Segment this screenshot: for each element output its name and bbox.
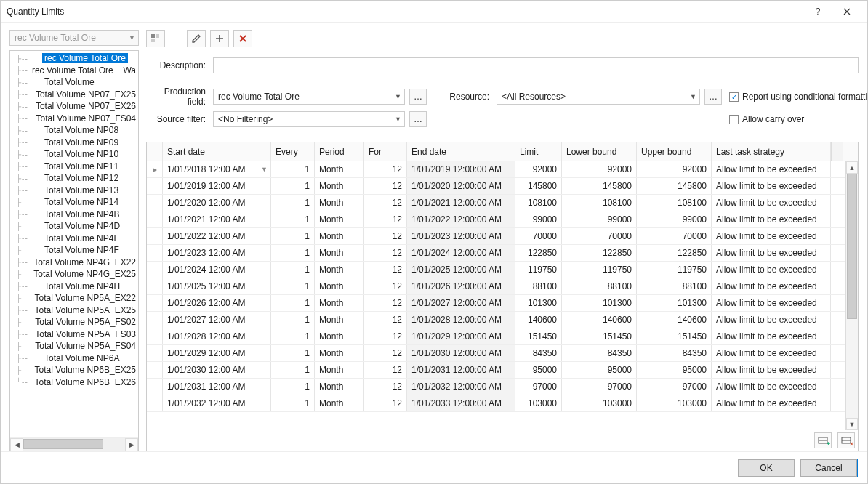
cell[interactable]: 103000: [562, 395, 637, 411]
cell[interactable]: 1/01/2019 12:00:00 AM: [407, 161, 515, 177]
cell[interactable]: Allow limit to be exceeded: [712, 379, 831, 395]
cell[interactable]: Month: [315, 278, 364, 294]
cell[interactable]: 119750: [515, 262, 562, 278]
cell[interactable]: 92000: [515, 161, 562, 177]
cell[interactable]: 99000: [562, 211, 637, 227]
cell[interactable]: 95000: [637, 362, 712, 378]
table-row[interactable]: 1/01/2031 12:00 AM1Month121/01/2032 12:0…: [147, 379, 858, 395]
cell[interactable]: 1/01/2018 12:00 AM▼: [163, 161, 271, 177]
cell[interactable]: 1/01/2029 12:00 AM: [163, 345, 271, 361]
close-button[interactable]: [832, 1, 861, 23]
col-start-date[interactable]: Start date: [163, 142, 271, 161]
cell[interactable]: 1/01/2028 12:00 AM: [163, 328, 271, 344]
cell[interactable]: [147, 278, 163, 294]
indicator-header[interactable]: [147, 142, 163, 161]
cell[interactable]: Allow limit to be exceeded: [712, 395, 831, 411]
scroll-right-button[interactable]: ▶: [125, 438, 138, 451]
cell[interactable]: [147, 395, 163, 411]
help-button[interactable]: ?: [803, 1, 832, 23]
cell[interactable]: 70000: [562, 228, 637, 244]
tree-item[interactable]: rec Volume Total Ore + Wa: [10, 65, 138, 77]
cell[interactable]: Month: [315, 262, 364, 278]
cell[interactable]: 70000: [637, 228, 712, 244]
cell[interactable]: Allow limit to be exceeded: [712, 262, 831, 278]
tree-item[interactable]: Total Volume NP09: [10, 137, 138, 149]
col-lower-bound[interactable]: Lower bound: [562, 142, 637, 161]
cell[interactable]: 1: [271, 178, 315, 194]
tree-item[interactable]: Total Volume NP5A_EX22: [10, 292, 138, 304]
cell[interactable]: 12: [364, 362, 407, 378]
tree-item[interactable]: Total Volume: [10, 76, 138, 89]
tree-item[interactable]: Total Volume NP07_EX25: [10, 89, 138, 101]
tree-item[interactable]: Total Volume NP5A_FS04: [10, 340, 138, 352]
cell[interactable]: 101300: [515, 295, 562, 311]
cell[interactable]: 1/01/2021 12:00:00 AM: [407, 195, 515, 211]
cell[interactable]: 1/01/2023 12:00 AM: [163, 245, 271, 261]
cell[interactable]: Month: [315, 379, 364, 395]
cell[interactable]: 145800: [637, 178, 712, 194]
cell[interactable]: 12: [364, 228, 407, 244]
delete-button[interactable]: [233, 30, 252, 47]
cell[interactable]: 1/01/2025 12:00:00 AM: [407, 262, 515, 278]
cell[interactable]: 103000: [515, 395, 562, 411]
limit-selector-combo[interactable]: rec Volume Total Ore ▼: [9, 30, 139, 46]
tree-item[interactable]: Total Volume NP07_EX26: [10, 100, 138, 113]
cell[interactable]: [147, 295, 163, 311]
cell[interactable]: 97000: [515, 379, 562, 395]
cell[interactable]: 145800: [562, 178, 637, 194]
cell[interactable]: 1: [271, 379, 315, 395]
cell[interactable]: [147, 345, 163, 361]
cell[interactable]: 1/01/2028 12:00:00 AM: [407, 312, 515, 328]
cell[interactable]: [147, 245, 163, 261]
cell[interactable]: 1/01/2027 12:00 AM: [163, 312, 271, 328]
tree-item[interactable]: Total Volume NP4D: [10, 220, 138, 233]
col-limit[interactable]: Limit: [515, 142, 562, 161]
table-row[interactable]: 1/01/2032 12:00 AM1Month121/01/2033 12:0…: [147, 395, 858, 412]
description-input[interactable]: [213, 57, 859, 73]
cell[interactable]: 12: [364, 345, 407, 361]
table-row[interactable]: 1/01/2026 12:00 AM1Month121/01/2027 12:0…: [147, 295, 858, 312]
table-row[interactable]: 1/01/2019 12:00 AM1Month121/01/2020 12:0…: [147, 178, 858, 195]
tree-item[interactable]: rec Volume Total Ore: [10, 52, 138, 65]
cell[interactable]: 1/01/2024 12:00 AM: [163, 262, 271, 278]
cell[interactable]: 1/01/2026 12:00 AM: [163, 295, 271, 311]
table-row[interactable]: 1/01/2027 12:00 AM1Month121/01/2028 12:0…: [147, 312, 858, 328]
scroll-left-button[interactable]: ◀: [10, 438, 23, 451]
tree-item[interactable]: Total Volume NP14: [10, 196, 138, 209]
col-end-date[interactable]: End date: [407, 142, 515, 161]
col-upper-bound[interactable]: Upper bound: [637, 142, 712, 161]
cell[interactable]: Month: [315, 195, 364, 211]
table-row[interactable]: ▸1/01/2018 12:00 AM▼1Month121/01/2019 12…: [147, 161, 858, 178]
source-filter-browse-button[interactable]: …: [409, 111, 427, 127]
cell[interactable]: 108100: [637, 195, 712, 211]
cell[interactable]: 1: [271, 345, 315, 361]
remove-row-button[interactable]: ×: [837, 432, 855, 448]
cell[interactable]: Allow limit to be exceeded: [712, 328, 831, 344]
resource-browse-button[interactable]: …: [704, 89, 722, 105]
cell[interactable]: Allow limit to be exceeded: [712, 178, 831, 194]
tree-item[interactable]: Total Volume NP5A_FS03: [10, 328, 138, 341]
scroll-thumb[interactable]: [23, 439, 103, 449]
cell[interactable]: 1/01/2032 12:00:00 AM: [407, 379, 515, 395]
ok-button[interactable]: OK: [738, 459, 795, 477]
tree-item[interactable]: Total Volume NP4E: [10, 233, 138, 245]
cell[interactable]: 1/01/2023 12:00:00 AM: [407, 228, 515, 244]
production-field-dropdown[interactable]: rec Volume Total Ore▼: [213, 89, 405, 105]
tree-item[interactable]: Total Volume NP4F: [10, 244, 138, 257]
cell[interactable]: 12: [364, 161, 407, 177]
cancel-button[interactable]: Cancel: [800, 459, 857, 477]
cell[interactable]: 84350: [562, 345, 637, 361]
cell[interactable]: 151450: [562, 328, 637, 344]
cell[interactable]: 1: [271, 312, 315, 328]
tree-item[interactable]: Total Volume NP07_FS04: [10, 113, 138, 125]
cell[interactable]: 1/01/2030 12:00 AM: [163, 362, 271, 378]
cell[interactable]: 12: [364, 295, 407, 311]
cell[interactable]: Month: [315, 161, 364, 177]
scroll-thumb[interactable]: [847, 174, 857, 319]
table-row[interactable]: 1/01/2021 12:00 AM1Month121/01/2022 12:0…: [147, 211, 858, 228]
cell[interactable]: 92000: [637, 161, 712, 177]
scroll-track[interactable]: [23, 438, 125, 451]
cell[interactable]: Allow limit to be exceeded: [712, 228, 831, 244]
cell[interactable]: Month: [315, 245, 364, 261]
cell[interactable]: 12: [364, 312, 407, 328]
